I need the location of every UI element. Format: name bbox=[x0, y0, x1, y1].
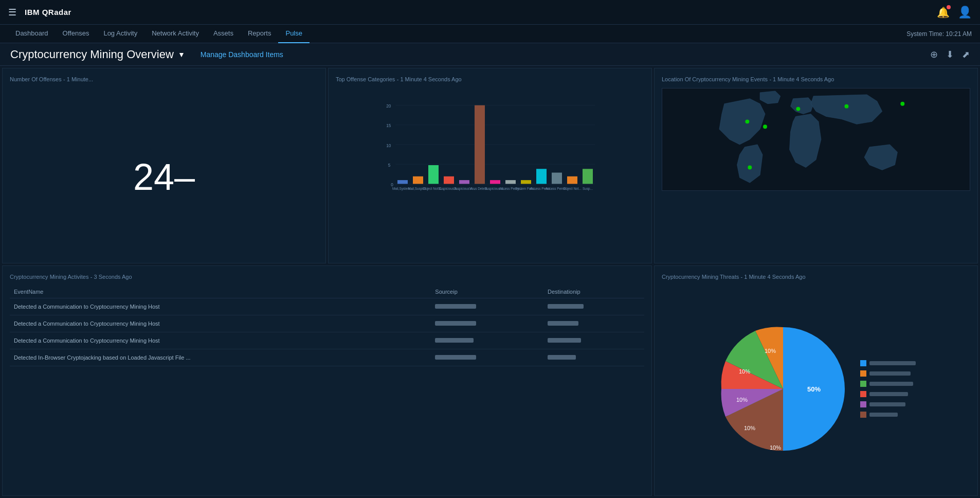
bar-chart-svg: 0 5 10 15 20 Mail,System... Mail,Suspici… bbox=[336, 88, 644, 191]
system-time: System Time: 10:21 AM bbox=[906, 30, 972, 38]
table-row: Detected a Communication to Cryptocurren… bbox=[10, 298, 644, 315]
legend-label-3 bbox=[869, 382, 913, 386]
widget-activities-title: Cryptocurrency Mining Activites - 3 Seco… bbox=[10, 273, 644, 280]
dashboard-title-text: Cryptocurrency Mining Overview bbox=[10, 48, 174, 61]
nav-item-dashboard[interactable]: Dashboard bbox=[8, 25, 56, 43]
y-label-20: 20 bbox=[386, 104, 391, 109]
widget-offenses: Number Of Offenses - 1 Minute... 24– bbox=[2, 68, 326, 263]
x-label-12: Object Not... bbox=[563, 187, 582, 191]
map-dot-1 bbox=[745, 119, 749, 123]
header-row: Cryptocurrency Mining Overview ▼ Manage … bbox=[0, 43, 980, 66]
map-area bbox=[662, 88, 970, 191]
download-icon[interactable]: ⬇ bbox=[946, 49, 954, 60]
bar-9 bbox=[521, 180, 531, 184]
nav-item-pulse[interactable]: Pulse bbox=[278, 25, 310, 43]
bar-4 bbox=[444, 176, 454, 184]
nav-item-assets[interactable]: Assets bbox=[206, 25, 241, 43]
user-profile-icon[interactable]: 👤 bbox=[958, 6, 972, 19]
legend-label-4 bbox=[869, 392, 908, 396]
legend-color-1 bbox=[860, 360, 866, 366]
legend-color-2 bbox=[860, 370, 866, 377]
legend-label-1 bbox=[869, 361, 916, 365]
map-dot-6 bbox=[748, 165, 752, 169]
manage-dashboard-button[interactable]: Manage Dashboard Items bbox=[201, 50, 283, 59]
legend-color-6 bbox=[860, 412, 866, 418]
pie-label-50: 50% bbox=[807, 385, 821, 393]
header-actions: ⊕ ⬇ ⬈ bbox=[930, 49, 970, 60]
widget-threats: Cryptocurrency Mining Threats - 1 Minute… bbox=[654, 265, 978, 496]
widget-offenses-title: Number Of Offenses - 1 Minute... bbox=[10, 76, 318, 83]
legend-color-5 bbox=[860, 401, 866, 407]
event-name-cell: Detected a Communication to Cryptocurren… bbox=[10, 332, 431, 349]
nav-item-network-activity[interactable]: Network Activity bbox=[144, 25, 206, 43]
pie-label-red: 10% bbox=[736, 397, 748, 403]
bar-5 bbox=[459, 180, 469, 184]
legend-color-3 bbox=[860, 381, 866, 387]
widget-activities: Cryptocurrency Mining Activites - 3 Seco… bbox=[2, 265, 652, 496]
hamburger-icon[interactable]: ☰ bbox=[8, 7, 16, 18]
bar-6 bbox=[475, 105, 485, 184]
legend-item-1 bbox=[860, 360, 916, 366]
legend-label-6 bbox=[869, 413, 898, 417]
bar-10 bbox=[536, 169, 547, 184]
source-ip-cell bbox=[431, 332, 543, 349]
y-label-10: 10 bbox=[386, 144, 391, 148]
bar-8 bbox=[505, 180, 516, 184]
dest-ip-cell bbox=[543, 298, 644, 315]
brand-logo: IBM QRadar bbox=[25, 8, 937, 16]
nav-item-log-activity[interactable]: Log Activity bbox=[96, 25, 144, 43]
nav-bar: Dashboard Offenses Log Activity Network … bbox=[0, 25, 980, 43]
pie-label-purple: 10% bbox=[744, 425, 755, 431]
notification-icon[interactable]: 🔔 bbox=[937, 6, 950, 19]
offenses-count: 24– bbox=[10, 98, 318, 256]
legend-item-2 bbox=[860, 370, 916, 377]
legend-item-3 bbox=[860, 381, 916, 387]
pie-label-brown: 10% bbox=[770, 444, 781, 451]
legend-item-6 bbox=[860, 412, 916, 418]
table-row: Detected a Communication to Cryptocurren… bbox=[10, 332, 644, 349]
dropdown-arrow-icon[interactable]: ▼ bbox=[178, 50, 185, 59]
pie-chart-area: 50% 10% 10% 10% 10% 10% bbox=[662, 290, 970, 488]
widget-categories-title: Top Offense Categories - 1 Minute 4 Seco… bbox=[336, 76, 644, 83]
widget-threats-title: Cryptocurrency Mining Threats - 1 Minute… bbox=[662, 273, 970, 280]
dest-ip-cell bbox=[543, 315, 644, 332]
nav-item-reports[interactable]: Reports bbox=[241, 25, 279, 43]
world-map-svg bbox=[662, 88, 970, 190]
bar-3 bbox=[428, 165, 439, 184]
bar-13 bbox=[583, 169, 593, 184]
bar-1 bbox=[397, 180, 408, 184]
map-dot-5 bbox=[900, 102, 904, 106]
bar-7 bbox=[490, 180, 500, 184]
bar-2 bbox=[413, 176, 423, 184]
source-ip-cell bbox=[431, 315, 543, 332]
nav-item-offenses[interactable]: Offenses bbox=[56, 25, 97, 43]
dest-ip-cell bbox=[543, 349, 644, 366]
y-label-15: 15 bbox=[386, 123, 391, 128]
y-label-5: 5 bbox=[388, 163, 391, 168]
top-right-actions: 🔔 👤 bbox=[937, 6, 972, 19]
bar-chart-area: 0 5 10 15 20 Mail,System... Mail,Suspici… bbox=[336, 88, 644, 191]
table-row: Detected a Communication to Cryptocurren… bbox=[10, 315, 644, 332]
x-label-13: Susp... bbox=[583, 187, 593, 191]
legend-area bbox=[860, 360, 916, 418]
bar-12 bbox=[567, 176, 577, 184]
export-icon[interactable]: ⬈ bbox=[962, 49, 970, 60]
legend-item-4 bbox=[860, 391, 916, 397]
legend-item-5 bbox=[860, 401, 916, 407]
top-bar: ☰ IBM QRadar 🔔 👤 bbox=[0, 0, 980, 25]
zoom-icon[interactable]: ⊕ bbox=[930, 49, 938, 60]
map-dot-3 bbox=[796, 107, 800, 111]
activity-table: EventName Sourceip Destinationip Detecte… bbox=[10, 286, 644, 366]
event-name-cell: Detected a Communication to Cryptocurren… bbox=[10, 298, 431, 315]
dashboard-grid: Number Of Offenses - 1 Minute... 24– Top… bbox=[0, 66, 980, 498]
pie-chart-svg: 50% 10% 10% 10% 10% 10% bbox=[716, 322, 850, 456]
bar-11 bbox=[552, 173, 562, 184]
widget-categories: Top Offense Categories - 1 Minute 4 Seco… bbox=[328, 68, 652, 263]
pie-label-green: 10% bbox=[739, 368, 750, 375]
map-dot-2 bbox=[763, 124, 767, 129]
dashboard-title: Cryptocurrency Mining Overview ▼ bbox=[10, 48, 185, 61]
dest-ip-cell bbox=[543, 332, 644, 349]
pie-label-orange: 10% bbox=[765, 348, 776, 354]
widget-map-title: Location Of Cryptocurrency Mining Events… bbox=[662, 76, 970, 83]
event-name-cell: Detected In-Browser Cryptojacking based … bbox=[10, 349, 431, 366]
